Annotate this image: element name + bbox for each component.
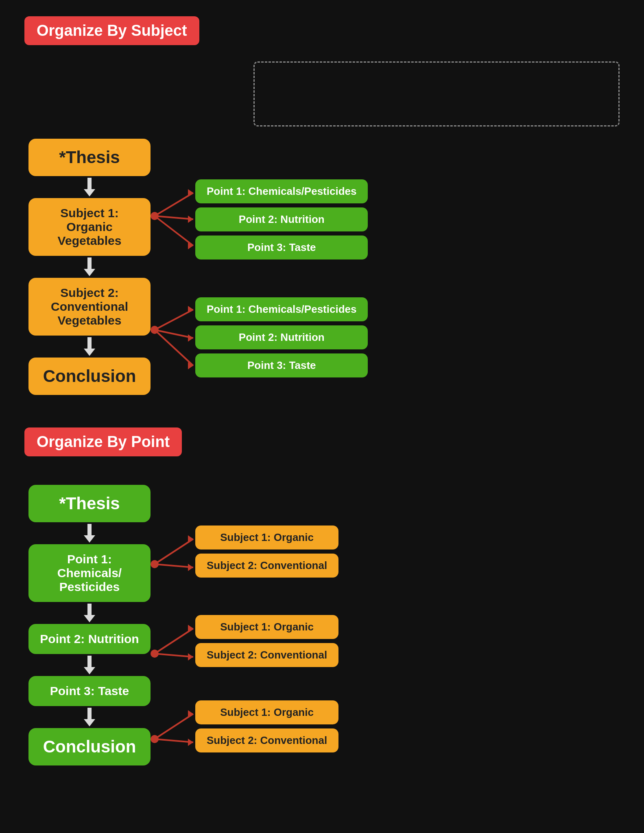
s2-p3-sub1: Subject 1: Organic bbox=[195, 700, 338, 724]
s2-p2-sub1: Subject 1: Organic bbox=[195, 615, 338, 639]
svg-line-16 bbox=[155, 628, 193, 654]
s1-left-col: *Thesis Subject 1: Organic Vegetables Su… bbox=[24, 139, 155, 395]
svg-line-4 bbox=[155, 216, 193, 246]
svg-line-12 bbox=[155, 539, 193, 564]
svg-line-0 bbox=[155, 193, 193, 216]
svg-line-10 bbox=[155, 330, 193, 366]
s2-arrow2 bbox=[84, 604, 95, 622]
svg-line-14 bbox=[155, 564, 193, 567]
s1-subject1-node: Subject 1: Organic Vegetables bbox=[28, 198, 151, 256]
svg-line-18 bbox=[155, 654, 193, 657]
s1-p1-taste: Point 3: Taste bbox=[195, 236, 368, 259]
s2-p3-sub2: Subject 2: Conventional bbox=[195, 728, 338, 752]
section2: Organize By Point *Thesis Point 1: Chemi… bbox=[24, 427, 620, 765]
s1-arrow3 bbox=[84, 337, 95, 356]
s1-conclusion-node: Conclusion bbox=[28, 358, 151, 395]
s1-arrow2 bbox=[84, 257, 95, 276]
svg-marker-9 bbox=[188, 334, 193, 342]
s2-p1-sub1: Subject 1: Organic bbox=[195, 526, 338, 550]
section2-diagram: *Thesis Point 1: Chemicals/ Pesticides P… bbox=[24, 485, 472, 765]
s2-point3-node: Point 3: Taste bbox=[28, 676, 151, 706]
dashed-box-container bbox=[24, 61, 620, 135]
svg-marker-7 bbox=[188, 306, 193, 313]
s1-subject2-node: Subject 2: Conventional Vegetables bbox=[28, 278, 151, 336]
s1-arrow1 bbox=[84, 178, 95, 196]
s2-arrow4 bbox=[84, 708, 95, 726]
svg-marker-1 bbox=[188, 189, 193, 196]
svg-line-20 bbox=[155, 714, 193, 739]
svg-line-2 bbox=[155, 216, 193, 219]
s2-p2-sub2: Subject 2: Conventional bbox=[195, 643, 338, 667]
svg-marker-5 bbox=[188, 242, 193, 249]
dashed-box bbox=[253, 61, 620, 126]
s1-subject1-points: Point 1: Chemicals/Pesticides Point 2: N… bbox=[195, 179, 368, 259]
section1-title: Organize By Subject bbox=[24, 16, 199, 45]
s1-p1-chem: Point 1: Chemicals/Pesticides bbox=[195, 179, 368, 203]
svg-marker-23 bbox=[188, 739, 193, 746]
s2-point2-subjects: Subject 1: Organic Subject 2: Convention… bbox=[195, 615, 338, 667]
s2-point1-node: Point 1: Chemicals/ Pesticides bbox=[28, 544, 151, 602]
s1-p2-chem: Point 1: Chemicals/Pesticides bbox=[195, 297, 368, 321]
svg-marker-11 bbox=[188, 362, 193, 369]
s2-arrow3 bbox=[84, 656, 95, 674]
svg-line-6 bbox=[155, 310, 193, 330]
s2-point1-subjects: Subject 1: Organic Subject 2: Convention… bbox=[195, 526, 338, 578]
s1-p2-taste: Point 3: Taste bbox=[195, 353, 368, 377]
s1-thesis-node: *Thesis bbox=[28, 139, 151, 176]
s2-left-col: *Thesis Point 1: Chemicals/ Pesticides P… bbox=[24, 485, 155, 765]
s2-arrow1 bbox=[84, 524, 95, 543]
svg-marker-19 bbox=[188, 653, 193, 661]
s2-conclusion-node: Conclusion bbox=[28, 728, 151, 765]
svg-marker-3 bbox=[188, 216, 193, 223]
svg-marker-15 bbox=[188, 564, 193, 571]
s2-point3-subjects: Subject 1: Organic Subject 2: Convention… bbox=[195, 700, 338, 752]
s1-p1-nutr: Point 2: Nutrition bbox=[195, 207, 368, 231]
svg-marker-17 bbox=[188, 625, 193, 632]
s2-p1-sub2: Subject 2: Conventional bbox=[195, 554, 338, 578]
s2-point2-node: Point 2: Nutrition bbox=[28, 624, 151, 654]
section1-diagram: *Thesis Subject 1: Organic Vegetables Su… bbox=[24, 139, 472, 395]
section2-title: Organize By Point bbox=[24, 427, 182, 456]
svg-line-8 bbox=[155, 330, 193, 338]
s1-subject2-points: Point 1: Chemicals/Pesticides Point 2: N… bbox=[195, 297, 368, 377]
svg-marker-13 bbox=[188, 535, 193, 543]
svg-marker-21 bbox=[188, 710, 193, 717]
svg-line-22 bbox=[155, 739, 193, 742]
section1: Organize By Subject *Thesis Subject 1: O… bbox=[24, 16, 620, 395]
s2-thesis-node: *Thesis bbox=[28, 485, 151, 522]
s1-p2-nutr: Point 2: Nutrition bbox=[195, 325, 368, 349]
